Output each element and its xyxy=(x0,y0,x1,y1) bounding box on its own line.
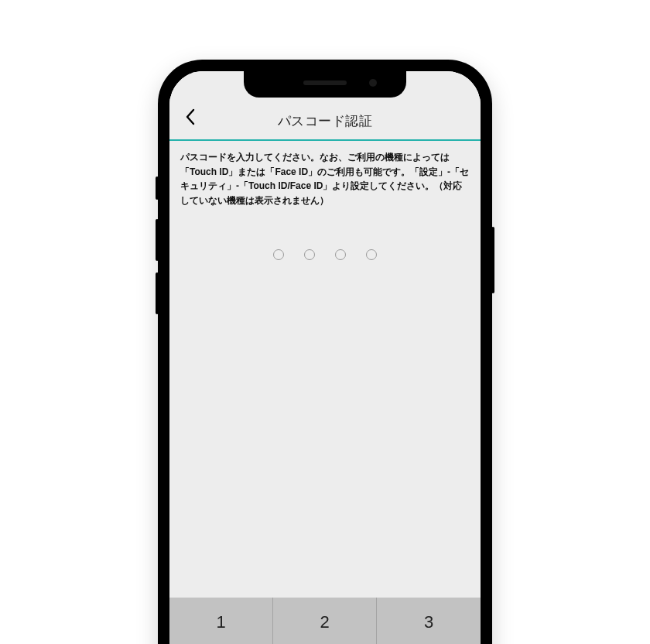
app-screen: パスコード認証 パスコードを入力してください。なお、ご利用の機種によっては「To… xyxy=(169,71,481,644)
phone-frame: パスコード認証 パスコードを入力してください。なお、ご利用の機種によっては「To… xyxy=(159,60,491,644)
chevron-left-icon xyxy=(185,108,196,128)
back-button[interactable] xyxy=(177,105,204,132)
volume-down-button xyxy=(156,272,159,314)
mute-switch xyxy=(156,176,159,200)
passcode-dot xyxy=(304,249,315,260)
notch xyxy=(244,71,406,98)
power-button xyxy=(491,227,494,293)
page-title: パスコード認証 xyxy=(278,112,373,130)
keypad-key-3[interactable]: 3 xyxy=(377,598,481,644)
numeric-keypad: 1 2 3 4 5 6 7 8 9 xyxy=(169,598,481,644)
passcode-dot xyxy=(273,249,284,260)
passcode-dot xyxy=(366,249,377,260)
instructions-text: パスコードを入力してください。なお、ご利用の機種によっては「Touch ID」ま… xyxy=(169,141,481,220)
keypad-key-1[interactable]: 1 xyxy=(169,598,273,644)
volume-up-button xyxy=(156,219,159,261)
passcode-dots xyxy=(169,220,481,289)
passcode-dot xyxy=(335,249,346,260)
keypad-key-2[interactable]: 2 xyxy=(273,598,377,644)
